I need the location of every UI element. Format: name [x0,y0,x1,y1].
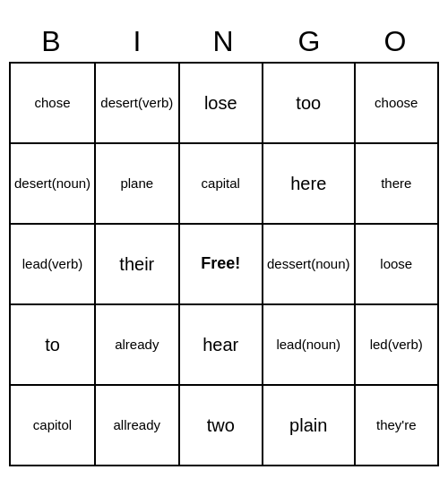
header-letter: B [9,21,95,62]
bingo-cell: plane [96,144,179,225]
header-letter: N [181,21,267,62]
bingo-cell: loose [356,225,439,305]
bingo-cell: desert(noun) [11,144,96,225]
bingo-cell: their [96,225,179,305]
bingo-cell: Free! [180,225,263,305]
bingo-cell: allready [96,386,179,466]
header-letter: O [353,21,439,62]
bingo-cell: there [356,144,439,225]
bingo-cell: two [180,386,263,466]
bingo-cell: already [96,305,179,386]
bingo-cell: capital [180,144,263,225]
bingo-cell: to [11,305,96,386]
bingo-header: BINGO [9,21,439,62]
bingo-cell: chose [11,64,96,144]
bingo-cell: lose [180,64,263,144]
bingo-cell: they're [356,386,439,466]
bingo-cell: led(verb) [356,305,439,386]
bingo-card: BINGO chosedesert(verb)losetoochoosedese… [9,21,439,466]
header-letter: G [267,21,353,62]
bingo-cell: capitol [11,386,96,466]
bingo-cell: dessert(noun) [263,225,356,305]
bingo-cell: hear [180,305,263,386]
bingo-cell: lead(noun) [263,305,356,386]
bingo-grid: chosedesert(verb)losetoochoosedesert(nou… [9,62,439,466]
bingo-cell: desert(verb) [96,64,179,144]
bingo-cell: too [263,64,356,144]
bingo-cell: choose [356,64,439,144]
bingo-cell: lead(verb) [11,225,96,305]
bingo-cell: plain [263,386,356,466]
header-letter: I [95,21,181,62]
bingo-cell: here [263,144,356,225]
